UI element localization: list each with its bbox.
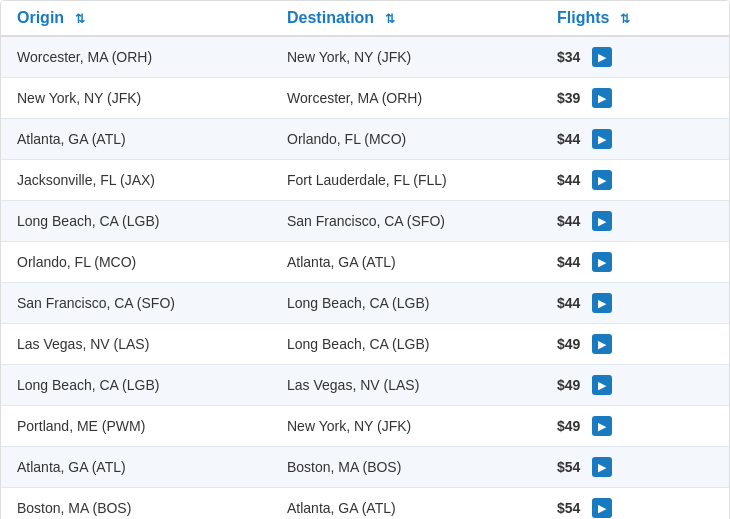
origin-cell: Long Beach, CA (LGB) (1, 365, 271, 406)
table-row: Orlando, FL (MCO)Atlanta, GA (ATL)$44 (1, 242, 729, 283)
price-value: $49 (557, 377, 580, 393)
view-flights-button[interactable] (592, 88, 612, 108)
flights-cell: $39 (541, 78, 729, 119)
destination-cell: San Francisco, CA (SFO) (271, 201, 541, 242)
view-flights-button[interactable] (592, 457, 612, 477)
destination-label: Destination (287, 9, 374, 26)
origin-cell: Jacksonville, FL (JAX) (1, 160, 271, 201)
view-flights-button[interactable] (592, 498, 612, 518)
view-flights-button[interactable] (592, 129, 612, 149)
flights-sort-icon: ⇅ (620, 12, 630, 26)
table-row: Boston, MA (BOS)Atlanta, GA (ATL)$54 (1, 488, 729, 520)
flights-cell: $34 (541, 36, 729, 78)
origin-cell: New York, NY (JFK) (1, 78, 271, 119)
view-flights-button[interactable] (592, 211, 612, 231)
origin-cell: Atlanta, GA (ATL) (1, 447, 271, 488)
destination-cell: New York, NY (JFK) (271, 406, 541, 447)
price-value: $54 (557, 500, 580, 516)
table-row: New York, NY (JFK)Worcester, MA (ORH)$39 (1, 78, 729, 119)
table-row: San Francisco, CA (SFO)Long Beach, CA (L… (1, 283, 729, 324)
table-row: Atlanta, GA (ATL)Orlando, FL (MCO)$44 (1, 119, 729, 160)
destination-cell: Worcester, MA (ORH) (271, 78, 541, 119)
view-flights-button[interactable] (592, 293, 612, 313)
table-row: Jacksonville, FL (JAX)Fort Lauderdale, F… (1, 160, 729, 201)
flights-column-header[interactable]: Flights ⇅ (541, 1, 729, 36)
table-row: Worcester, MA (ORH)New York, NY (JFK)$34 (1, 36, 729, 78)
view-flights-button[interactable] (592, 170, 612, 190)
flights-cell: $49 (541, 365, 729, 406)
price-value: $49 (557, 418, 580, 434)
flights-cell: $49 (541, 406, 729, 447)
flights-cell: $44 (541, 283, 729, 324)
flights-table: Origin ⇅ Destination ⇅ Flights ⇅ Worcest… (0, 0, 730, 519)
price-value: $44 (557, 172, 580, 188)
flights-cell: $54 (541, 488, 729, 520)
view-flights-button[interactable] (592, 375, 612, 395)
flights-cell: $44 (541, 119, 729, 160)
origin-cell: Worcester, MA (ORH) (1, 36, 271, 78)
origin-cell: San Francisco, CA (SFO) (1, 283, 271, 324)
destination-cell: Orlando, FL (MCO) (271, 119, 541, 160)
destination-column-header[interactable]: Destination ⇅ (271, 1, 541, 36)
destination-cell: Boston, MA (BOS) (271, 447, 541, 488)
view-flights-button[interactable] (592, 252, 612, 272)
flights-cell: $44 (541, 160, 729, 201)
flights-label: Flights (557, 9, 609, 26)
origin-sort-icon: ⇅ (75, 12, 85, 26)
destination-cell: Long Beach, CA (LGB) (271, 324, 541, 365)
flights-cell: $49 (541, 324, 729, 365)
price-value: $39 (557, 90, 580, 106)
price-value: $44 (557, 213, 580, 229)
origin-cell: Long Beach, CA (LGB) (1, 201, 271, 242)
table-row: Atlanta, GA (ATL)Boston, MA (BOS)$54 (1, 447, 729, 488)
origin-cell: Boston, MA (BOS) (1, 488, 271, 520)
origin-cell: Atlanta, GA (ATL) (1, 119, 271, 160)
table-header-row: Origin ⇅ Destination ⇅ Flights ⇅ (1, 1, 729, 36)
destination-cell: Atlanta, GA (ATL) (271, 242, 541, 283)
table-row: Long Beach, CA (LGB)San Francisco, CA (S… (1, 201, 729, 242)
origin-cell: Orlando, FL (MCO) (1, 242, 271, 283)
destination-cell: Atlanta, GA (ATL) (271, 488, 541, 520)
table-row: Long Beach, CA (LGB)Las Vegas, NV (LAS)$… (1, 365, 729, 406)
price-value: $44 (557, 131, 580, 147)
destination-cell: Fort Lauderdale, FL (FLL) (271, 160, 541, 201)
destination-cell: Las Vegas, NV (LAS) (271, 365, 541, 406)
view-flights-button[interactable] (592, 47, 612, 67)
origin-cell: Las Vegas, NV (LAS) (1, 324, 271, 365)
view-flights-button[interactable] (592, 416, 612, 436)
price-value: $49 (557, 336, 580, 352)
destination-sort-icon: ⇅ (385, 12, 395, 26)
destination-cell: New York, NY (JFK) (271, 36, 541, 78)
origin-column-header[interactable]: Origin ⇅ (1, 1, 271, 36)
view-flights-button[interactable] (592, 334, 612, 354)
origin-label: Origin (17, 9, 64, 26)
price-value: $44 (557, 254, 580, 270)
price-value: $44 (557, 295, 580, 311)
table-row: Las Vegas, NV (LAS)Long Beach, CA (LGB)$… (1, 324, 729, 365)
destination-cell: Long Beach, CA (LGB) (271, 283, 541, 324)
flights-cell: $44 (541, 201, 729, 242)
origin-cell: Portland, ME (PWM) (1, 406, 271, 447)
table-row: Portland, ME (PWM)New York, NY (JFK)$49 (1, 406, 729, 447)
price-value: $54 (557, 459, 580, 475)
flights-cell: $44 (541, 242, 729, 283)
price-value: $34 (557, 49, 580, 65)
flights-cell: $54 (541, 447, 729, 488)
